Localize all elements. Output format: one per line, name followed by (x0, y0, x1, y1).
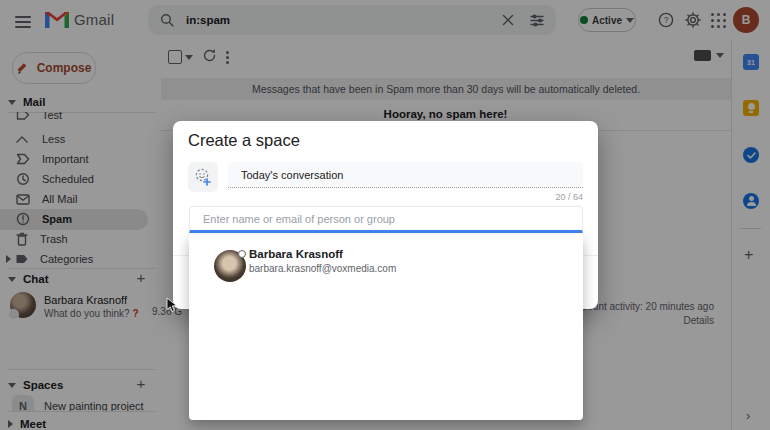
mouse-cursor (166, 297, 179, 313)
suggestion-row[interactable]: Barbara Krasnoff barbara.krasnoff@voxmed… (189, 246, 583, 290)
suggestion-dropdown: Barbara Krasnoff barbara.krasnoff@voxmed… (189, 234, 583, 420)
dialog-title: Create a space (188, 131, 300, 150)
choose-emoji-button[interactable] (188, 162, 218, 192)
space-name-input[interactable] (228, 162, 583, 188)
emoji-add-icon (193, 167, 213, 187)
char-counter: 20 / 64 (555, 192, 583, 202)
suggestion-name: Barbara Krasnoff (249, 248, 343, 260)
member-search-input[interactable] (189, 206, 583, 233)
gmail-app: Gmail Active ? (0, 0, 770, 430)
create-space-dialog: Create a space 20 / 64 Barbara Krasnoff … (173, 121, 598, 309)
suggestion-email: barbara.krasnoff@voxmedia.com (249, 263, 396, 274)
presence-circle-icon (238, 250, 246, 258)
